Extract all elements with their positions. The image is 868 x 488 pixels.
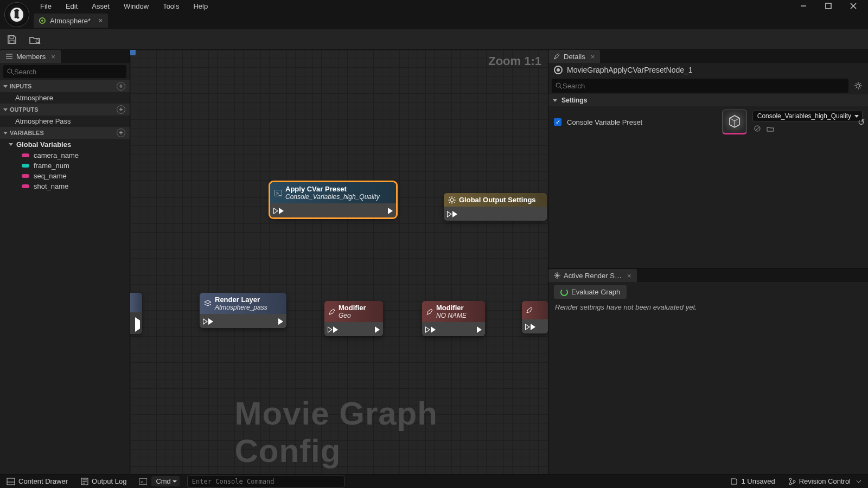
asset-tab-close[interactable]: × bbox=[98, 16, 103, 25]
menu-asset[interactable]: Asset bbox=[85, 1, 116, 12]
save-button[interactable] bbox=[4, 32, 20, 47]
global-vars-header[interactable]: Global Variables bbox=[0, 139, 130, 150]
outputs-header[interactable]: OUTPUTS+ bbox=[0, 104, 130, 115]
menu-tools[interactable]: Tools bbox=[156, 1, 186, 12]
render-settings-tab-label: Active Render S… bbox=[564, 272, 622, 280]
exec-pin-in[interactable] bbox=[447, 211, 457, 217]
reset-property-button[interactable]: ↺ bbox=[858, 117, 865, 127]
pencil-icon bbox=[329, 309, 335, 315]
svg-point-28 bbox=[789, 478, 792, 480]
search-icon bbox=[7, 68, 14, 75]
members-tab[interactable]: Members × bbox=[0, 50, 61, 63]
input-item[interactable]: Atmosphere bbox=[0, 92, 130, 104]
svg-point-30 bbox=[793, 480, 795, 483]
window-close[interactable] bbox=[841, 0, 866, 12]
var-item[interactable]: camera_name bbox=[0, 150, 130, 160]
node-modifier-geo[interactable]: Modifier Geo bbox=[324, 301, 383, 336]
cmd-mode-dropdown[interactable]: Cmd bbox=[151, 476, 179, 486]
asset-tab[interactable]: Atmosphere* × bbox=[34, 14, 108, 28]
details-settings-button[interactable] bbox=[852, 79, 865, 92]
render-status-message: Render settings have not been evaluated … bbox=[548, 302, 868, 317]
pencil-icon bbox=[526, 307, 533, 313]
output-log-button[interactable]: Output Log bbox=[74, 474, 133, 488]
save-icon bbox=[730, 478, 738, 485]
add-variable-button[interactable]: + bbox=[117, 129, 125, 137]
asset-thumbnail[interactable] bbox=[722, 110, 747, 134]
menu-help[interactable]: Help bbox=[187, 1, 214, 12]
evaluate-graph-button[interactable]: Evaluate Graph bbox=[554, 285, 627, 299]
menu-edit[interactable]: Edit bbox=[59, 1, 84, 12]
add-output-button[interactable]: + bbox=[117, 105, 125, 114]
svg-point-15 bbox=[450, 198, 454, 202]
node-partial-left[interactable] bbox=[130, 293, 142, 334]
revision-control-button[interactable]: Revision Control bbox=[782, 477, 868, 485]
svg-rect-5 bbox=[10, 40, 14, 43]
graph-canvas[interactable]: Zoom 1:1 Movie Graph Config >_ Apply CVa… bbox=[130, 50, 548, 474]
members-panel: Members × INPUTS+ Atmosphere OUTPUTS+ At… bbox=[0, 50, 130, 474]
var-item[interactable]: seq_name bbox=[0, 171, 130, 181]
node-subtitle: Atmosphere_pass bbox=[215, 304, 267, 311]
refresh-icon bbox=[560, 288, 568, 296]
exec-pin-out[interactable] bbox=[375, 326, 380, 333]
node-title: Global Output Settings bbox=[459, 196, 536, 204]
variables-header[interactable]: VARIABLES+ bbox=[0, 127, 130, 139]
svg-text:>_: >_ bbox=[141, 479, 146, 484]
members-tab-label: Members bbox=[16, 53, 46, 61]
exec-pin-in[interactable] bbox=[525, 324, 535, 330]
browse-to-asset-button[interactable] bbox=[765, 124, 775, 133]
details-tab[interactable]: Details × bbox=[548, 50, 600, 63]
inputs-header[interactable]: INPUTS+ bbox=[0, 80, 130, 92]
node-partial-right[interactable] bbox=[522, 301, 548, 333]
menu-bar: File Edit Asset Window Tools Help bbox=[0, 0, 214, 12]
details-search[interactable] bbox=[552, 79, 848, 93]
console-command-input[interactable] bbox=[187, 476, 344, 487]
list-icon bbox=[5, 53, 13, 60]
svg-point-11 bbox=[8, 69, 12, 73]
menu-file[interactable]: File bbox=[34, 1, 58, 12]
node-render-layer[interactable]: Render Layer Atmosphere_pass bbox=[200, 293, 286, 328]
exec-pin-out[interactable] bbox=[477, 326, 482, 333]
members-search-input[interactable] bbox=[14, 68, 123, 76]
asset-dropdown[interactable]: Console_Variables_high_Quality bbox=[752, 111, 863, 121]
render-settings-tab[interactable]: Active Render S… × bbox=[548, 269, 637, 282]
svg-point-16 bbox=[556, 83, 560, 87]
layers-icon bbox=[204, 300, 212, 307]
node-subtitle: NO NAME bbox=[436, 312, 467, 319]
node-modifier-noname[interactable]: Modifier NO NAME bbox=[422, 301, 485, 336]
menu-window[interactable]: Window bbox=[117, 1, 155, 12]
unsaved-button[interactable]: 1 Unsaved bbox=[724, 477, 781, 485]
exec-pin-in[interactable] bbox=[328, 326, 338, 333]
window-maximize[interactable] bbox=[816, 0, 841, 12]
use-selected-button[interactable] bbox=[752, 124, 762, 133]
members-tab-close[interactable]: × bbox=[51, 53, 55, 61]
terminal-icon: >_ bbox=[139, 478, 147, 485]
node-title: Modifier bbox=[436, 304, 467, 312]
details-search-input[interactable] bbox=[563, 82, 845, 90]
render-settings-tab-close[interactable]: × bbox=[627, 272, 631, 280]
svg-rect-1 bbox=[826, 3, 831, 9]
content-drawer-button[interactable]: Content Drawer bbox=[0, 474, 74, 488]
exec-pin-out[interactable] bbox=[388, 208, 393, 214]
node-apply-cvar-preset[interactable]: >_ Apply CVar Preset Console_Variables_h… bbox=[270, 182, 396, 217]
node-title: Render Layer bbox=[215, 296, 267, 304]
exec-pin-in[interactable] bbox=[273, 208, 284, 214]
type-pill-icon bbox=[22, 184, 29, 188]
node-global-output-settings[interactable]: Global Output Settings bbox=[444, 193, 547, 221]
output-item[interactable]: Atmosphere Pass bbox=[0, 115, 130, 127]
exec-pin-in[interactable] bbox=[425, 326, 436, 333]
add-input-button[interactable]: + bbox=[117, 82, 125, 91]
exec-pin-in[interactable] bbox=[203, 318, 213, 325]
svg-rect-20 bbox=[7, 478, 15, 485]
ue-logo[interactable] bbox=[4, 2, 29, 27]
exec-pin-out[interactable] bbox=[278, 318, 283, 325]
asset-dirty-icon bbox=[39, 17, 46, 24]
details-section-header[interactable]: Settings bbox=[548, 94, 868, 106]
var-item[interactable]: shot_name bbox=[0, 181, 130, 191]
details-tab-close[interactable]: × bbox=[591, 53, 595, 61]
browse-button[interactable] bbox=[27, 32, 42, 47]
window-minimize[interactable] bbox=[791, 0, 816, 12]
members-search[interactable] bbox=[3, 65, 126, 78]
var-item[interactable]: frame_num bbox=[0, 160, 130, 171]
property-override-checkbox[interactable]: ✓ bbox=[554, 118, 561, 126]
type-pill-icon bbox=[22, 174, 29, 178]
